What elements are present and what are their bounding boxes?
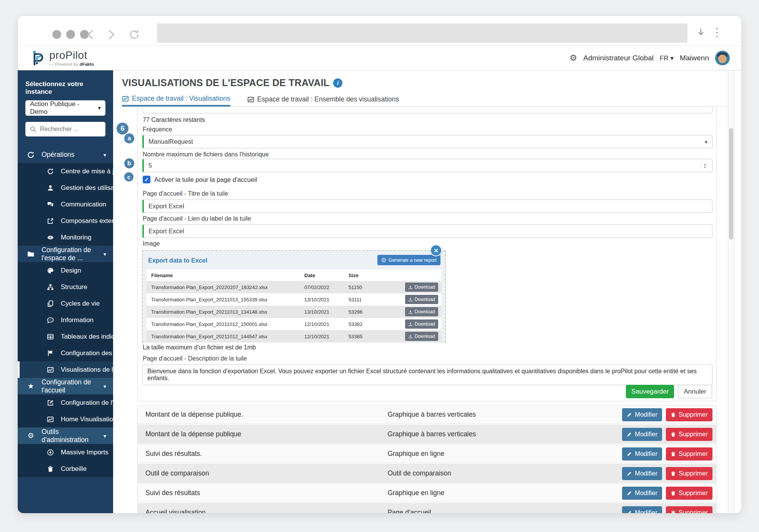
- search-input[interactable]: [25, 122, 105, 136]
- sidebar-item-composants-externes[interactable]: Composants externes: [18, 213, 113, 229]
- modify-button[interactable]: Modifier: [622, 467, 662, 480]
- brand-name: proPilot: [49, 49, 94, 62]
- pencil-icon: [627, 490, 632, 496]
- sidebar-item-information[interactable]: Information: [18, 312, 113, 328]
- description-textarea[interactable]: Bienvenue dans la fonction d'exportation…: [142, 364, 712, 385]
- tile-checkbox[interactable]: ✓: [143, 176, 150, 183]
- tile-link-label: Page d'accueil - Lien du label de la tui…: [143, 215, 251, 222]
- max-files-input[interactable]: [148, 162, 225, 169]
- download-circle-icon: [47, 449, 54, 456]
- description-label: Page d'accueil - Description de la tuile: [143, 355, 247, 362]
- sidebar-item-structure[interactable]: Structure: [18, 279, 113, 295]
- sidebar-item-gestion-utilisateurs[interactable]: Gestion des utilisateurs: [18, 180, 113, 196]
- forward-icon[interactable]: [105, 29, 117, 40]
- visualization-row: Montant de la dépense publique Graphique…: [137, 425, 717, 444]
- address-bar[interactable]: [157, 23, 687, 43]
- modify-button[interactable]: Modifier: [622, 408, 662, 421]
- trash-icon: [671, 432, 676, 437]
- delete-button[interactable]: Supprimer: [666, 506, 712, 514]
- image-preview: Export data to Excel Generate a new repo…: [142, 250, 446, 342]
- sidebar-item-cycles-de-vie[interactable]: Cycles de vie: [18, 295, 113, 312]
- chart-line-icon: [122, 95, 129, 102]
- frequency-select[interactable]: ManualRequest ▾: [142, 135, 712, 148]
- sidebar-section-outils-admin[interactable]: ⚙ Outils d'administration ▾: [18, 427, 113, 444]
- avatar[interactable]: [715, 51, 730, 65]
- tab-ensemble-visualisations[interactable]: Espace de travail : Ensemble des visuali…: [247, 96, 399, 106]
- sidebar-item-communication[interactable]: Communication: [18, 196, 113, 213]
- sidebar-item-monitoring[interactable]: Monitoring: [18, 229, 113, 246]
- trash-icon: [671, 471, 676, 476]
- sidebar-item-config-kpis[interactable]: Configuration des KPIs: [18, 345, 113, 361]
- table-icon: [47, 333, 54, 340]
- form-panel: 77 Caractères restants Fréquence ManualR…: [137, 107, 717, 401]
- save-button[interactable]: Sauvegarder: [626, 385, 674, 398]
- star-icon: ★: [27, 382, 35, 390]
- sidebar-item-corbeille[interactable]: Corbeille: [18, 461, 113, 477]
- delete-button[interactable]: Supprimer: [666, 428, 712, 441]
- user-icon: [47, 185, 54, 191]
- visualization-row: Suivi des résultats. Graphique en ligne …: [137, 444, 717, 463]
- sidebar-section-config-espace[interactable]: Configuration de l'espace de ... ▾: [18, 246, 113, 262]
- download-icon: [408, 285, 413, 289]
- chevron-down-icon: ▾: [705, 139, 707, 145]
- number-stepper[interactable]: ▴▾: [701, 163, 707, 169]
- gear-icon: ⚙: [27, 432, 35, 440]
- propilot-logo[interactable]: proPilot — Powered by dFakto: [28, 48, 94, 67]
- refresh-icon: [47, 168, 54, 175]
- scrollbar[interactable]: [728, 70, 734, 514]
- chevron-down-icon: ▾: [103, 251, 106, 257]
- settings-gear-icon[interactable]: ⚙: [570, 53, 577, 63]
- back-icon[interactable]: [85, 29, 97, 40]
- remove-image-button[interactable]: ×: [430, 244, 442, 256]
- delete-button[interactable]: Supprimer: [666, 487, 712, 500]
- delete-button[interactable]: Supprimer: [666, 408, 712, 421]
- tile-title-input[interactable]: Export Excel: [142, 200, 712, 213]
- sidebar-item-massive-imports[interactable]: Massive Imports: [18, 444, 113, 461]
- annotation-b-badge: b: [124, 158, 134, 168]
- generate-report-button: Generate a new report: [377, 255, 440, 265]
- modify-button[interactable]: Modifier: [622, 428, 662, 441]
- preview-table-row: Transformation Plan_Export_20211013_1553…: [147, 293, 441, 306]
- tab-espace-visualisations[interactable]: Espace de travail : Visualisations: [122, 96, 230, 106]
- eye-icon: [47, 234, 54, 241]
- instance-select[interactable]: Action Publique - Demo ▾: [25, 100, 105, 116]
- chevron-down-icon: ▾: [670, 55, 674, 62]
- sidebar-item-design[interactable]: Design: [18, 262, 113, 279]
- modify-button[interactable]: Modifier: [622, 487, 662, 500]
- sidebar-section-config-accueil[interactable]: ★ Configuration de l'accueil ▾: [18, 378, 113, 394]
- sidebar-item-home-visualisation[interactable]: Home Visualisation: [18, 411, 113, 427]
- truncated-textarea[interactable]: [142, 107, 712, 113]
- preview-title: Export data to Excel: [148, 257, 207, 264]
- tile-link-input[interactable]: Export Excel: [142, 224, 712, 238]
- max-size-note: La taille maximum d'un fichier est de 1m…: [143, 344, 256, 351]
- preview-table-row: Transformation Plan_Export_20211012_1500…: [147, 318, 441, 330]
- delete-button[interactable]: Supprimer: [666, 447, 712, 461]
- chart-line-icon: [247, 96, 254, 103]
- chat-icon: [47, 201, 54, 208]
- window-control-dot[interactable]: [66, 30, 75, 39]
- language-selector[interactable]: FR ▾: [660, 54, 674, 62]
- sidebar-item-tableaux-indicateurs[interactable]: Tableaux des indicateurs: [18, 328, 113, 345]
- flag-icon: [47, 350, 54, 357]
- cancel-button[interactable]: Annuler: [678, 385, 712, 398]
- app-header: proPilot — Powered by dFakto ⚙ Administr…: [18, 46, 741, 70]
- pencil-icon: [627, 451, 632, 457]
- sidebar-item-centre-mise-a-jour[interactable]: Centre de mise à jour: [18, 163, 113, 180]
- sidebar-section-operations[interactable]: Opérations ▾: [18, 146, 113, 163]
- modify-button[interactable]: Modifier: [622, 447, 662, 461]
- sidebar-item-config-espace-accueil[interactable]: Configuration de l'espa...: [18, 394, 113, 411]
- sidebar: Sélectionnez votre instance Action Publi…: [18, 70, 113, 514]
- download-button: Download: [405, 307, 438, 316]
- scrollbar-thumb[interactable]: [729, 128, 733, 239]
- download-icon[interactable]: [696, 27, 706, 39]
- sidebar-item-visualisations-espace[interactable]: Visualisations de l'espa...: [18, 361, 113, 378]
- image-label: Image: [143, 240, 160, 247]
- refresh-icon[interactable]: [128, 29, 140, 40]
- delete-button[interactable]: Supprimer: [666, 467, 712, 480]
- info-icon[interactable]: i: [333, 78, 342, 88]
- window-control-dot[interactable]: [52, 30, 61, 39]
- preview-table-header: Filename Date Size: [147, 269, 441, 281]
- kebab-menu-icon[interactable]: ⋮: [711, 27, 723, 37]
- download-icon: [408, 334, 413, 339]
- modify-button[interactable]: Modifier: [622, 506, 662, 514]
